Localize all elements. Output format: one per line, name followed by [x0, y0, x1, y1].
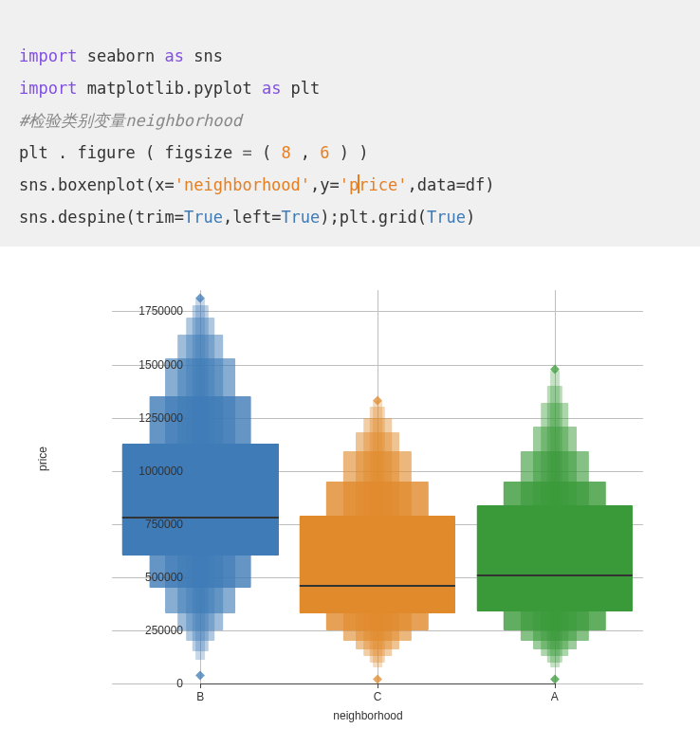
boxen-core [300, 516, 455, 613]
x-tick-label: A [551, 690, 559, 703]
code-comment: #检验类别变量neighborhood [19, 111, 242, 130]
y-tick-label: 1250000 [131, 411, 183, 425]
tick-mark [555, 683, 556, 688]
outlier-diamond [373, 675, 382, 684]
y-tick-label: 500000 [131, 571, 183, 584]
x-tick-label: B [196, 690, 204, 703]
y-tick-label: 1000000 [131, 465, 183, 478]
code-line-2: import matplotlib.pyplot as plt [19, 79, 320, 98]
code-line-6: sns.despine(trim=True,left=True);plt.gri… [19, 208, 475, 227]
boxen-core [477, 505, 633, 611]
y-tick-label: 1750000 [131, 304, 183, 318]
y-tick-label: 250000 [131, 624, 183, 637]
median-line [477, 574, 633, 576]
boxen-chart: price neighborhood 025000050000075000010… [64, 284, 672, 730]
boxen-core [122, 444, 278, 556]
outlier-diamond [550, 675, 560, 684]
y-tick-label: 0 [131, 677, 183, 690]
code-line-4: plt . figure ( figsize = ( 8 , 6 ) ) [19, 143, 369, 162]
bottom-spine [200, 683, 554, 684]
y-tick-label: 750000 [131, 518, 183, 531]
code-line-5: sns.boxenplot(x='neighborhood',y='price'… [19, 175, 495, 194]
kw-import: import [19, 46, 77, 65]
x-tick-label: C [374, 690, 382, 703]
x-axis-label: neighborhood [333, 709, 402, 722]
code-line-1: import seaborn as sns [19, 46, 223, 65]
plot-area [112, 290, 643, 683]
chart-output: price neighborhood 025000050000075000010… [0, 246, 700, 747]
outlier-diamond [195, 670, 205, 680]
median-line [300, 585, 455, 587]
y-tick-label: 1500000 [131, 358, 183, 372]
code-block: import seaborn as sns import matplotlib.… [0, 0, 700, 246]
y-axis-label: price [36, 446, 49, 471]
